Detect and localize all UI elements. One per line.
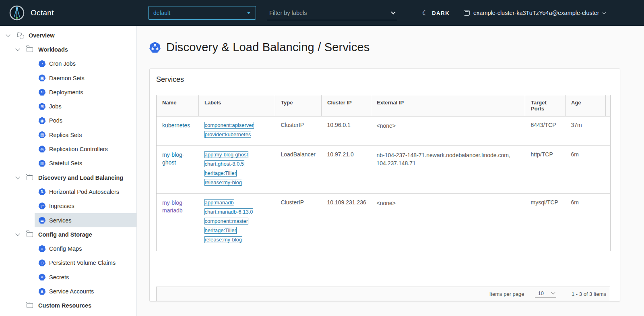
sidebar-item-custom-resources[interactable]: Custom Resources	[0, 299, 136, 313]
label-filter-input[interactable]: Filter by labels	[267, 6, 397, 20]
type-cell: LoadBalancer	[275, 146, 322, 194]
horizontal-pod-autoscalers-icon: ⇅	[38, 188, 46, 195]
column-header-age: Age	[566, 95, 606, 116]
page-title: Discovery & Load Balancing / Services	[166, 41, 369, 54]
replica-sets-icon: ▤	[38, 131, 46, 139]
expand-chevron	[15, 233, 21, 235]
column-header-name: Name	[157, 95, 199, 116]
label-pill[interactable]: release:my-blog	[204, 236, 243, 243]
external-ip-cell: nb-104-237-148-71.newark.nodebalancer.li…	[371, 146, 525, 194]
sidebar-item-jobs[interactable]: ⊞ Jobs	[0, 99, 136, 113]
sidebar-item-config-maps[interactable]: ≡ Config Maps	[0, 241, 136, 256]
chevron-down-icon	[391, 10, 395, 14]
sidebar-item-replication-controllers[interactable]: ◎ Replication Controllers	[0, 142, 136, 156]
label-pill[interactable]: chart:ghost-8.0.5	[204, 160, 245, 167]
sidebar-item-label: Jobs	[49, 103, 62, 110]
chevron-down-icon	[15, 47, 20, 51]
card-title: Services	[156, 75, 184, 84]
target-ports-cell: 6443/TCP	[525, 116, 566, 146]
sidebar-item-daemon-sets[interactable]: ▣ Daemon Sets	[0, 71, 136, 85]
label-pill[interactable]: release:my-blog	[204, 179, 243, 186]
age-cell: 6m	[566, 194, 606, 251]
moon-icon: ☾	[421, 9, 429, 17]
column-header-cluster-ip: Cluster IP	[322, 95, 371, 116]
table-row: kubernetes component:apiserver provider:…	[157, 116, 611, 146]
label-pill[interactable]: app:mariadb	[204, 199, 234, 206]
target-ports-cell: http/TCP	[525, 146, 566, 194]
services-card: Services Name Labels Type Cluster IP Ext…	[149, 69, 620, 301]
label-pill[interactable]: provider:kubernetes	[204, 131, 252, 138]
cluster-ip-cell: 10.97.21.0	[322, 146, 371, 194]
table-row: my-blog-ghost app:my-blog-ghost chart:gh…	[157, 146, 611, 194]
sidebar-item-label: Custom Resources	[38, 302, 91, 309]
chevron-down-icon	[15, 232, 20, 236]
app-title: Octant	[31, 8, 54, 17]
sidebar-item-label: Replication Controllers	[49, 146, 108, 152]
sidebar-item-stateful-sets[interactable]: ▥ Stateful Sets	[0, 156, 136, 170]
cluster-context-switcher[interactable]: example-cluster-ka3TuTzYo4a@example-clus…	[464, 0, 605, 26]
service-link[interactable]: kubernetes	[162, 122, 190, 129]
label-pill[interactable]: app:my-blog-ghost	[204, 151, 249, 158]
sidebar-item-workloads[interactable]: Workloads	[0, 42, 136, 56]
external-ip-cell: <none>	[371, 194, 525, 251]
chevron-down-icon	[15, 175, 20, 179]
sidebar-nav: Overview Workloads ◔ Cron Jobs ▣ Daemon …	[0, 26, 137, 316]
daemon-sets-icon: ▣	[38, 74, 46, 82]
label-pill[interactable]: component:apiserver	[204, 122, 254, 129]
dark-theme-toggle[interactable]: ☾ DARK	[422, 0, 450, 26]
ingresses-icon: ⇄	[38, 202, 46, 210]
sidebar-item-cron-jobs[interactable]: ◔ Cron Jobs	[0, 57, 136, 71]
sidebar-item-persistent-volume-claims[interactable]: ⊖ Persistent Volume Claims	[0, 256, 136, 270]
sidebar-item-services[interactable]: ☰ Services	[0, 213, 136, 227]
pagination-footer: Items per page 10 1 - 3 of 3 items	[156, 287, 610, 301]
service-link[interactable]: my-blog-mariadb	[162, 199, 193, 214]
sidebar-item-deployments[interactable]: ↻ Deployments	[0, 85, 136, 99]
label-pill[interactable]: component:master	[204, 218, 249, 225]
folder-icon	[27, 303, 33, 308]
sidebar-item-overview[interactable]: Overview	[0, 28, 136, 42]
folder-icon	[27, 232, 33, 237]
column-header-type: Type	[275, 95, 322, 116]
spacer-cell	[606, 146, 611, 194]
table-row: my-blog-mariadb app:mariadb chart:mariad…	[157, 194, 611, 251]
cluster-ip-cell: 10.109.231.236	[322, 194, 371, 251]
column-header-spacer	[606, 95, 611, 116]
sidebar-item-service-accounts[interactable]: ♟ Service Accounts	[0, 284, 136, 298]
config-maps-icon: ≡	[38, 245, 46, 253]
label-pill[interactable]: chart:mariadb-6.13.0	[204, 208, 254, 215]
sidebar-item-discovery-and-load-balancing[interactable]: Discovery and Load Balancing	[0, 170, 136, 185]
type-cell: ClusterIP	[275, 194, 322, 251]
label-pill[interactable]: heritage:Tiller	[204, 170, 237, 177]
items-per-page-select[interactable]: 10	[535, 290, 556, 298]
sidebar-item-pods[interactable]: ◉ Pods	[0, 114, 136, 128]
sidebar-item-label: Services	[49, 217, 72, 224]
sidebar-item-ingresses[interactable]: ⇄ Ingresses	[0, 199, 136, 213]
sidebar-item-label: Config Maps	[49, 245, 82, 252]
cluster-icon	[464, 10, 470, 16]
page-head: Discovery & Load Balancing / Services	[149, 41, 369, 54]
persistent-volume-claims-icon: ⊖	[38, 259, 46, 267]
sidebar-item-label: Cron Jobs	[49, 60, 76, 67]
namespace-dropdown[interactable]: default	[148, 6, 256, 20]
sidebar-item-label: Pods	[49, 117, 62, 124]
label-pill[interactable]: heritage:Tiller	[204, 227, 237, 234]
sidebar-item-horizontal-pod-autoscalers[interactable]: ⇅ Horizontal Pod Autoscalers	[0, 185, 136, 199]
sidebar-item-secrets[interactable]: ✶ Secrets	[0, 270, 136, 284]
folder-icon	[27, 47, 33, 52]
sidebar-item-label: Daemon Sets	[49, 75, 85, 81]
service-page-icon	[149, 42, 161, 54]
octant-logo-icon	[9, 5, 25, 21]
caret-down-icon	[247, 12, 251, 14]
service-link[interactable]: my-blog-ghost	[162, 151, 193, 166]
label-filter-placeholder: Filter by labels	[269, 10, 392, 16]
service-accounts-icon: ♟	[38, 287, 46, 295]
external-ip-cell: <none>	[371, 116, 525, 146]
replication-controllers-icon: ◎	[38, 146, 46, 153]
secrets-icon: ✶	[38, 273, 46, 281]
cron-jobs-icon: ◔	[38, 60, 46, 68]
sidebar-item-config-and-storage[interactable]: Config and Storage	[0, 227, 136, 241]
sidebar-item-replica-sets[interactable]: ▤ Replica Sets	[0, 128, 136, 142]
type-cell: ClusterIP	[275, 116, 322, 146]
deployments-icon: ↻	[38, 88, 46, 96]
cluster-ip-cell: 10.96.0.1	[322, 116, 371, 146]
